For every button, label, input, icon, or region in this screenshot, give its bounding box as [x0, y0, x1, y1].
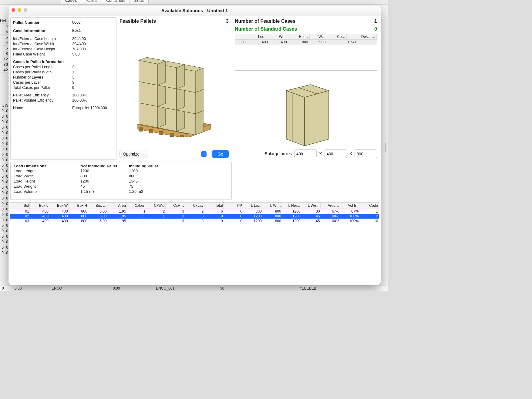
svg-rect-4 [149, 129, 153, 133]
pallet-number-value: 0003 [72, 20, 114, 26]
feasible-pallets-label: Feasible Pallets [120, 18, 156, 24]
svg-marker-33 [158, 61, 166, 85]
svg-marker-37 [305, 91, 329, 146]
svg-marker-23 [139, 82, 158, 106]
svg-marker-27 [195, 68, 203, 92]
close-icon[interactable] [12, 8, 15, 12]
svg-marker-18 [195, 89, 203, 114]
pallet-name-value: Europallet 1200x800 [72, 106, 114, 111]
pallet-number-label: Pallet Number [13, 20, 72, 25]
titlebar[interactable]: Available Solutions - Untitled 1 [8, 5, 381, 15]
bg-tab-containers[interactable]: Containers [102, 0, 130, 4]
chevron-down-icon[interactable]: ⌄ [373, 19, 376, 23]
cases-in-pallet-heading: Cases in Pallet Information [13, 59, 114, 64]
bg-tab-cases[interactable]: Cases [61, 0, 81, 4]
svg-marker-32 [139, 60, 158, 85]
window-title: Available Solutions - Untitled 1 [161, 8, 228, 13]
pallet-3d-view[interactable] [119, 25, 229, 148]
enlarge-x-input[interactable] [294, 149, 317, 158]
solution-row[interactable]: 024004008005.001.95313390120080012004510… [10, 214, 379, 219]
enlarge-y-input[interactable] [325, 149, 347, 158]
background-segmented-tabs[interactable]: Cases Pallets Containers SKUs [61, 0, 149, 5]
svg-rect-5 [160, 131, 163, 135]
cases-grid[interactable]: nLen…Wi…Hei…W…Co…Descri…004004008005.00B… [235, 34, 377, 71]
case-info-label: Case Information [13, 28, 72, 33]
minimize-icon[interactable] [18, 8, 21, 12]
vertical-scrollbar[interactable] [385, 143, 386, 152]
enlarge-z-input[interactable] [355, 149, 377, 158]
go-button[interactable]: Go [212, 150, 229, 158]
svg-marker-36 [286, 91, 305, 146]
case-3d-view[interactable] [233, 72, 379, 148]
svg-marker-14 [139, 103, 158, 128]
pallet-info-panel: Pallet Number0003 Case InformationBox1 I… [10, 17, 116, 160]
cases-grid-row[interactable]: 004004008005.00Box1 [235, 40, 377, 45]
feasible-cases-label: Number of Feasible Cases [235, 18, 295, 24]
svg-marker-30 [177, 65, 184, 89]
background-left-grid: ntW0000000000000000000000000000000000000… [0, 103, 9, 256]
standard-cases-count: 0 [374, 26, 377, 32]
bg-tab-skus[interactable]: SKUs [130, 0, 148, 4]
case-info-value: Box1 [72, 28, 114, 34]
window-controls[interactable] [12, 8, 27, 12]
svg-rect-7 [180, 135, 184, 137]
solution-row[interactable]: 014004008005.001.9512326080080012003067%… [10, 209, 379, 214]
svg-marker-9 [195, 111, 203, 135]
solutions-grid[interactable]: SolBox LBox WBox HBox …AreaCxLenCxWidCxH… [10, 202, 379, 285]
available-solutions-window: Available Solutions - Untitled 1 ⌄ Palle… [8, 5, 381, 285]
optimize-select[interactable]: Optimize [120, 150, 148, 158]
feasible-pallets-count: 3 [226, 18, 229, 24]
bg-tab-pallets[interactable]: Pallets [81, 0, 102, 4]
svg-rect-6 [170, 133, 173, 137]
load-dimensions-panel: Load Dimensions Not Including Pallet Inc… [10, 162, 232, 200]
standard-cases-label: Number of Standard Cases [235, 26, 297, 32]
background-bottom-row: 00.00ENCO0.00ENCO_00130#EBEBEB [0, 286, 388, 291]
enlarge-boxes-label: Enlarge boxes [265, 151, 292, 156]
zoom-icon[interactable] [24, 8, 27, 12]
solution-row[interactable]: 034004008005.001.9533901200800120045100%… [10, 219, 379, 223]
background-left-column: Hei…446468123642 [0, 18, 9, 73]
svg-rect-3 [139, 128, 143, 131]
